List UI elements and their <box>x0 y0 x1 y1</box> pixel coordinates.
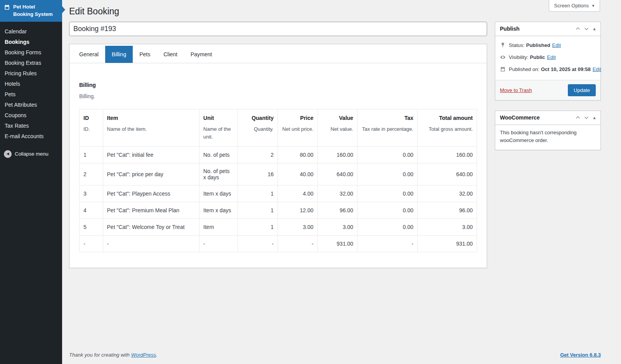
table-cell: Item x days <box>199 185 238 202</box>
table-cell: 5 <box>80 219 103 236</box>
booking-title-input[interactable] <box>69 22 487 36</box>
booking-panel: General Billing Pets Client Payment Bill… <box>69 44 487 268</box>
tab-billing[interactable]: Billing <box>105 46 133 63</box>
table-cell: 32.00 <box>418 185 477 202</box>
sidebar-item-email-accounts[interactable]: E-mail Accounts <box>0 131 62 142</box>
table-cell: 0.00 <box>357 147 418 163</box>
table-cell: 1 <box>238 219 278 236</box>
sidebar-item-pets[interactable]: Pets <box>0 89 62 100</box>
table-cell: - <box>80 236 103 252</box>
billing-description: Billing. <box>79 93 477 99</box>
table-cell: 0.00 <box>357 219 418 236</box>
tab-general[interactable]: General <box>73 46 105 63</box>
table-row: 3 Pet "Cat": Playpen Access Item x days … <box>80 185 477 202</box>
column-header-id: ID ID. <box>80 109 103 146</box>
toggle-panel-icon[interactable]: ▲ <box>591 26 598 32</box>
table-cell: 4.00 <box>278 185 317 202</box>
status-row: Status:PublishedEdit <box>500 39 596 51</box>
table-cell: 80.00 <box>278 147 317 163</box>
column-header-total: Total amount Total gross amount. <box>418 109 477 146</box>
sidebar-item-booking-forms[interactable]: Booking Forms <box>0 47 62 58</box>
move-up-icon[interactable] <box>574 25 582 32</box>
get-version-link[interactable]: Get Version 6.8.3 <box>560 352 601 358</box>
tab-pets[interactable]: Pets <box>133 46 157 63</box>
visibility-text: Visibility:PublicEdit <box>509 54 556 60</box>
sidebar-item-pet-attributes[interactable]: Pet Attributes <box>0 100 62 110</box>
admin-sidebar: Pet Hotel Booking System Calendar Bookin… <box>0 0 62 364</box>
table-cell: 4 <box>80 202 103 219</box>
sidebar-item-pricing-rules[interactable]: Pricing Rules <box>0 68 62 79</box>
table-cell: 12.00 <box>278 202 317 219</box>
table-row: 2 Pet "Cat": price per day No. of pets x… <box>80 163 477 185</box>
column-header-tax: Tax Tax rate in percentage. <box>357 109 418 146</box>
pin-icon <box>500 42 506 48</box>
table-cell: 16 <box>238 163 278 185</box>
calendar-icon <box>500 66 506 72</box>
sidebar-item-coupons[interactable]: Coupons <box>0 110 62 121</box>
edit-visibility-link[interactable]: Edit <box>547 54 555 60</box>
table-cell: 931.00 <box>317 236 357 252</box>
woocommerce-metabox-title: WooCommerce <box>500 114 539 121</box>
table-cell: 160.00 <box>418 147 477 163</box>
sidebar-item-bookings[interactable]: Bookings <box>0 37 62 47</box>
edit-status-link[interactable]: Edit <box>552 42 561 48</box>
content-columns: General Billing Pets Client Payment Bill… <box>69 22 601 268</box>
table-row: 4 Pet "Cat": Premium Meal Plan Item x da… <box>80 202 477 219</box>
update-button[interactable]: Update <box>568 84 596 96</box>
footer-version: Get Version 6.8.3 <box>560 352 601 358</box>
visibility-row: Visibility:PublicEdit <box>500 51 596 63</box>
table-cell: Item <box>199 219 238 236</box>
table-cell: Pet "Cat": Premium Meal Plan <box>103 202 199 219</box>
move-to-trash-link[interactable]: Move to Trash <box>500 87 532 93</box>
chevron-down-icon: ▼ <box>592 4 595 8</box>
sidebar-item-hotels[interactable]: Hotels <box>0 79 62 89</box>
published-on-row: Published on:Oct 10, 2025 at 09:58Edit <box>500 63 596 75</box>
table-cell: 96.00 <box>317 202 357 219</box>
toggle-panel-icon[interactable]: ▲ <box>591 115 598 121</box>
edit-published-on-link[interactable]: Edit <box>593 66 601 72</box>
eye-icon <box>500 54 506 60</box>
table-cell: - <box>238 236 278 252</box>
woocommerce-metabox-header[interactable]: WooCommerce ▲ <box>495 111 600 125</box>
table-cell: - <box>103 236 199 252</box>
tab-payment[interactable]: Payment <box>184 46 219 63</box>
plugin-brand[interactable]: Pet Hotel Booking System <box>0 0 62 22</box>
move-down-icon[interactable] <box>582 25 591 32</box>
billing-table: ID ID. Item Name of the item. Unit <box>79 109 477 252</box>
collapse-arrow-icon: ◀ <box>4 150 12 158</box>
publish-metabox-body: Status:PublishedEdit Visibility:PublicEd… <box>495 36 600 80</box>
table-cell: Item x days <box>199 202 238 219</box>
table-cell: 931.00 <box>418 236 477 252</box>
metabox-handle-actions: ▲ <box>574 114 598 121</box>
collapse-menu-button[interactable]: ◀ Collapse menu <box>0 148 62 160</box>
screen-options-button[interactable]: Screen Options ▼ <box>549 0 600 12</box>
admin-page: Pet Hotel Booking System Calendar Bookin… <box>0 0 621 364</box>
move-down-icon[interactable] <box>582 114 591 121</box>
table-cell: Pet "Cat": price per day <box>103 163 199 185</box>
publish-metabox: Publish ▲ <box>495 22 601 101</box>
published-on-text: Published on:Oct 10, 2025 at 09:58Edit <box>509 66 601 72</box>
admin-footer: Thank you for creating with WordPress. G… <box>69 344 601 364</box>
sidebar-item-calendar[interactable]: Calendar <box>0 26 62 37</box>
wordpress-link[interactable]: WordPress <box>131 352 156 358</box>
table-cell: 2 <box>80 163 103 185</box>
table-row: 1 Pet "Cat": initial fee No. of pets 2 8… <box>80 147 477 163</box>
publish-metabox-header[interactable]: Publish ▲ <box>495 22 600 36</box>
sidebar-item-tax-rates[interactable]: Tax Rates <box>0 121 62 131</box>
column-header-quantity: Quantity Quantity. <box>238 109 278 146</box>
column-header-unit: Unit Name of the unit. <box>199 109 238 146</box>
billing-tab-panel: Billing Billing. ID ID. I <box>69 63 487 268</box>
table-cell: 1 <box>238 185 278 202</box>
main-content: Screen Options ▼ Edit Booking General Bi… <box>62 0 621 364</box>
brand-title: Pet Hotel Booking System <box>13 3 53 18</box>
sidebar-item-booking-extras[interactable]: Booking Extras <box>0 58 62 68</box>
move-up-icon[interactable] <box>574 114 582 121</box>
table-totals-row: - - - - - 931.00 - 931.00 <box>80 236 477 252</box>
woocommerce-metabox: WooCommerce ▲ This booking hasn't corres… <box>495 111 601 150</box>
table-row: 5 Pet "Cat": Welcome Toy or Treat Item 1… <box>80 219 477 236</box>
column-header-price: Price Net unit price. <box>278 109 317 146</box>
sidebar-menu: Calendar Bookings Booking Forms Booking … <box>0 22 62 142</box>
tab-client[interactable]: Client <box>157 46 184 63</box>
table-cell: 3 <box>80 185 103 202</box>
table-cell: - <box>278 236 317 252</box>
